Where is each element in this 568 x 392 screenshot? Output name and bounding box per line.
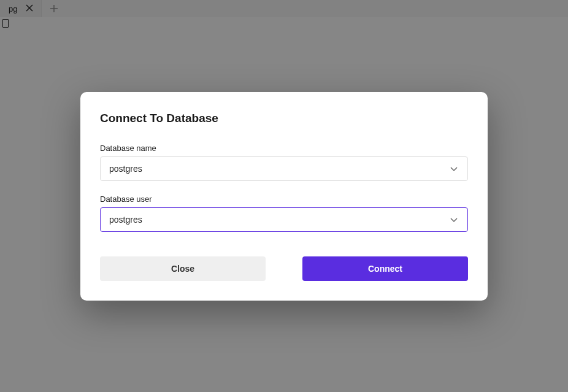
chevron-down-icon — [449, 164, 459, 174]
dialog-button-row: Close Connect — [100, 256, 468, 281]
dialog-title: Connect To Database — [100, 112, 468, 125]
connect-button[interactable]: Connect — [302, 256, 468, 281]
close-button[interactable]: Close — [100, 256, 266, 281]
database-name-value: postgres — [109, 164, 449, 174]
chevron-down-icon — [449, 215, 459, 225]
database-user-label: Database user — [100, 194, 468, 204]
database-name-field-group: Database name postgres — [100, 144, 468, 181]
database-name-label: Database name — [100, 144, 468, 153]
database-name-select[interactable]: postgres — [100, 156, 468, 181]
database-user-field-group: Database user postgres — [100, 194, 468, 232]
database-user-value: postgres — [109, 215, 449, 225]
database-user-select[interactable]: postgres — [100, 207, 468, 232]
connect-database-dialog: Connect To Database Database name postgr… — [80, 92, 488, 301]
